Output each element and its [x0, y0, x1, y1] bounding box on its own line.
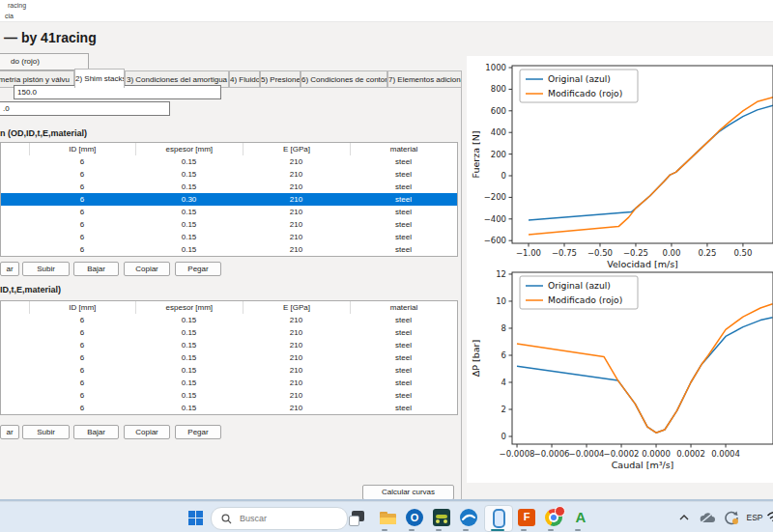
svg-text:−400: −400	[484, 214, 506, 224]
table-row[interactable]: 60.15210steel	[1, 231, 457, 243]
button-pegar[interactable]: Pegar	[175, 262, 221, 276]
button-subir[interactable]: Subir	[22, 262, 70, 276]
button-subir[interactable]: Subir	[22, 425, 70, 439]
button-copiar[interactable]: Copiar	[124, 425, 170, 439]
cell: 210	[243, 339, 350, 351]
subtab-6[interactable]: 6) Condiciones de contor	[301, 70, 387, 88]
compression-stack-table[interactable]: ID [mm]espesor [mm]E [GPa]material60.152…	[0, 142, 458, 257]
svg-text:−1.00: −1.00	[516, 248, 541, 258]
file-explorer-icon[interactable]	[376, 506, 399, 529]
cell: steel	[350, 339, 457, 351]
cell: steel	[350, 155, 457, 168]
task-view-icon[interactable]	[345, 506, 368, 529]
taskbar: O F A	[0, 501, 773, 532]
cell: 0.15	[135, 326, 243, 339]
cell: 6	[29, 168, 135, 181]
tray-chevron-up-icon[interactable]	[673, 506, 696, 529]
table-row[interactable]: 60.15210steel	[1, 181, 457, 193]
table-row[interactable]: 60.15210steel	[1, 364, 457, 377]
cell: 0.15	[135, 231, 243, 243]
table-row[interactable]: 60.15210steel	[1, 389, 457, 402]
cell: material	[350, 301, 457, 314]
chart-0: −1.00−0.75−0.50−0.250.000.250.5010008006…	[471, 63, 773, 269]
table-row[interactable]: 60.15210steel	[1, 218, 457, 231]
cell: 210	[243, 155, 350, 168]
cell: 6	[29, 377, 135, 389]
language-indicator[interactable]: ESP	[744, 506, 765, 529]
menu-bar[interactable]: cia	[0, 11, 773, 22]
series-Original (azul)	[517, 318, 773, 433]
search-input[interactable]	[238, 513, 338, 524]
subtab-7[interactable]: 7) Elementos adicional	[387, 70, 462, 88]
cell: steel	[350, 243, 457, 256]
button-ar[interactable]: ar	[0, 425, 19, 439]
svg-text:−0.75: −0.75	[552, 248, 577, 258]
table-row[interactable]: 60.15210steel	[1, 155, 457, 168]
cell: 0.15	[135, 314, 243, 326]
cell	[1, 326, 29, 339]
table-row[interactable]: 60.15210steel	[1, 351, 457, 364]
window-titlebar[interactable]: racing	[0, 0, 773, 11]
subtab-5[interactable]: 5) Presione	[260, 70, 301, 88]
subtab-4[interactable]: 4) Fluido	[229, 70, 260, 88]
svg-text:0.0004: 0.0004	[711, 449, 740, 459]
search-box[interactable]	[211, 507, 348, 530]
charts-figure: −1.00−0.75−0.50−0.250.000.250.5010008006…	[467, 56, 773, 483]
cell: steel	[350, 402, 457, 414]
sync-update-icon[interactable]	[720, 506, 743, 529]
f-app-icon[interactable]: F	[515, 506, 538, 529]
numeric-field-2[interactable]	[0, 101, 170, 116]
table-row[interactable]: 60.15210steel	[1, 314, 457, 326]
cell	[1, 231, 29, 243]
cell	[1, 193, 29, 206]
tab-pane-border-vertical	[461, 87, 462, 499]
svg-text:12: 12	[496, 269, 506, 279]
start-button[interactable]	[184, 506, 207, 529]
cell	[1, 301, 29, 314]
cell: 6	[29, 364, 135, 377]
running-indicator	[521, 529, 527, 531]
button-bajar[interactable]: Bajar	[73, 262, 119, 276]
cell	[1, 155, 29, 168]
svg-text:0: 0	[501, 171, 506, 181]
compression-stack-title: n (OD,ID,t,E,material)	[0, 128, 87, 138]
subtab-2[interactable]: 2) Shim stacks	[74, 69, 125, 88]
cell: steel	[350, 364, 457, 377]
cell: 210	[243, 377, 350, 389]
cell: 0.15	[135, 155, 243, 168]
calcular-curvas-button[interactable]: Calcular curvas	[362, 485, 454, 500]
a-app-icon[interactable]: A	[569, 506, 592, 529]
chart-1: −0.0008−0.0006−0.0004−0.00020.00000.0002…	[471, 269, 773, 470]
table-row[interactable]: 60.15210steel	[1, 339, 457, 351]
damper-app-icon-active[interactable]	[484, 505, 513, 532]
outlook-icon[interactable]: O	[403, 506, 426, 529]
table-row[interactable]: 60.15210steel	[1, 206, 457, 218]
svg-text:0.0002: 0.0002	[676, 449, 705, 459]
plane-app-icon[interactable]	[457, 506, 480, 529]
button-copiar[interactable]: Copiar	[124, 262, 170, 276]
cell: ID [mm]	[29, 301, 135, 314]
table-header-row: ID [mm]espesor [mm]E [GPa]material	[1, 143, 457, 155]
rebound-stack-table[interactable]: ID [mm]espesor [mm]E [GPa]material60.152…	[0, 300, 458, 415]
svg-text:−0.25: −0.25	[623, 248, 648, 258]
cell: 0.15	[135, 218, 243, 231]
wifi-icon[interactable]	[763, 506, 773, 529]
onedrive-cloud-icon[interactable]	[696, 506, 719, 529]
button-bajar[interactable]: Bajar	[73, 425, 119, 439]
cell: 0.15	[135, 402, 243, 414]
table-row[interactable]: 60.15210steel	[1, 377, 457, 389]
quad-app-icon[interactable]	[430, 506, 453, 529]
cell	[1, 181, 29, 193]
svg-text:Modificado (rojo): Modificado (rojo)	[548, 294, 622, 305]
running-indicator	[382, 529, 387, 531]
chrome-icon[interactable]	[542, 506, 565, 529]
table-row[interactable]: 60.15210steel	[1, 326, 457, 339]
table-row[interactable]: 60.15210steel	[1, 243, 457, 256]
button-ar[interactable]: ar	[0, 262, 19, 276]
table-row[interactable]: 60.15210steel	[1, 402, 457, 414]
table-row[interactable]: 60.15210steel	[1, 168, 457, 181]
button-pegar[interactable]: Pegar	[175, 425, 221, 439]
cell: 0.15	[135, 339, 243, 351]
cell: 6	[29, 206, 135, 218]
table-row[interactable]: 60.30210steel	[1, 193, 457, 206]
